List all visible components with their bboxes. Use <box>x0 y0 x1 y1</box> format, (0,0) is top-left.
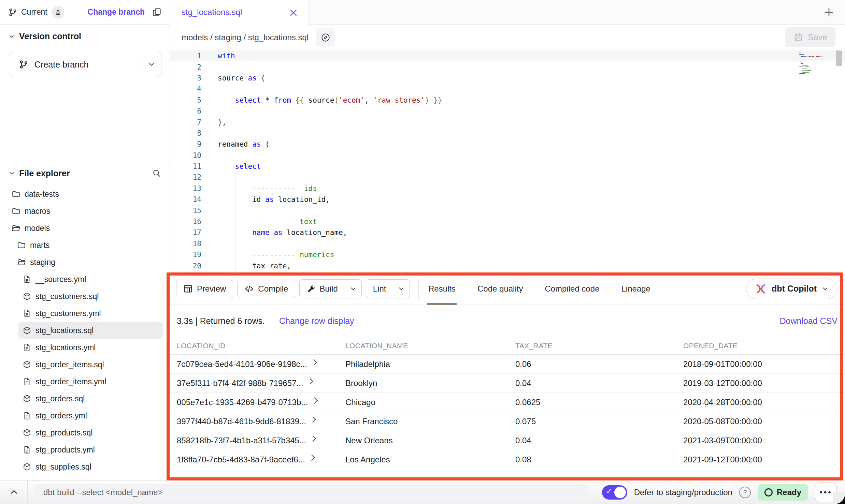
file-item-stg-orders-yml[interactable]: stg_orders.yml <box>0 407 170 424</box>
ready-status-badge[interactable]: Ready <box>758 484 808 501</box>
table-cell: 1f8ffa70-7cb5-4d83-8a7f-9aceef6... <box>177 455 345 464</box>
code-line[interactable]: 12 <box>170 172 845 183</box>
line-number: 5 <box>170 96 201 104</box>
dbt-copilot-label: dbt Copilot <box>772 284 817 294</box>
column-header-location_name: LOCATION_NAME <box>345 342 515 350</box>
file-item-stg-order-items-yml[interactable]: stg_order_items.yml <box>0 373 170 390</box>
code-line[interactable]: 16 ---------- text <box>170 216 845 227</box>
check-icon: ✓ <box>606 487 612 495</box>
expand-cell-chevron-icon[interactable] <box>309 455 315 461</box>
panel-tab-code-quality[interactable]: Code quality <box>476 273 524 305</box>
model-icon <box>23 394 31 403</box>
compile-button[interactable]: Compile <box>237 280 295 298</box>
version-control-header[interactable]: Version control <box>8 31 81 41</box>
file-item-stg-products-sql[interactable]: stg_products.sql <box>0 424 170 441</box>
lint-button[interactable]: Lint <box>366 280 393 298</box>
code-line[interactable]: 6 <box>170 106 845 117</box>
change-branch-link[interactable]: Change branch <box>88 8 145 17</box>
tab-stg-locations[interactable]: stg_locations.sql × <box>170 0 309 25</box>
scrollbar-thumb[interactable] <box>836 50 842 66</box>
file-item--sources-yml[interactable]: __sources.yml <box>0 271 170 288</box>
file-item-label: stg_products.yml <box>35 445 95 455</box>
save-button[interactable]: Save <box>785 27 835 47</box>
help-icon[interactable]: ? <box>739 487 751 498</box>
table-cell: 7c079cea-5ed4-4101-906e-9198c... <box>177 359 345 369</box>
expand-cell-chevron-icon[interactable] <box>307 378 313 384</box>
file-item-models[interactable]: models <box>0 220 170 237</box>
build-button[interactable]: Build <box>300 280 344 298</box>
file-item-stg-products-yml[interactable]: stg_products.yml <box>0 441 170 458</box>
line-number: 2 <box>170 63 201 71</box>
code-line[interactable]: 11 select <box>170 161 845 172</box>
line-number: 19 <box>170 251 201 259</box>
table-cell: 005e7e1c-1935-4269-b479-0713b... <box>177 398 345 407</box>
file-item-stg-locations-yml[interactable]: stg_locations.yml <box>0 339 170 356</box>
create-branch-dropdown[interactable] <box>142 52 161 77</box>
defer-toggle[interactable]: ✓ <box>602 485 627 500</box>
code-line[interactable]: 7), <box>170 117 845 128</box>
code-icon <box>244 284 254 294</box>
minimap[interactable] <box>799 52 825 81</box>
code-line[interactable]: 13 ---------- ids <box>170 183 845 194</box>
code-line[interactable]: 9renamed as ( <box>170 139 845 150</box>
code-line[interactable]: 4 <box>170 84 845 94</box>
change-row-display-link[interactable]: Change row display <box>279 316 354 326</box>
close-icon[interactable]: × <box>289 6 299 18</box>
search-icon[interactable] <box>152 168 161 178</box>
table-cell: Los Angeles <box>345 455 515 464</box>
code-line[interactable]: 19 ---------- numerics <box>170 249 845 260</box>
file-explorer-header[interactable]: File explorer <box>8 162 161 184</box>
file-item-stg-customers-sql[interactable]: stg_customers.sql <box>0 288 170 305</box>
expand-cell-chevron-icon[interactable] <box>311 359 317 365</box>
file-item-macros[interactable]: macros <box>0 203 170 220</box>
save-label: Save <box>808 32 827 42</box>
code-line[interactable]: 17 name as location_name, <box>170 227 845 238</box>
panel-tab-lineage[interactable]: Lineage <box>620 273 652 305</box>
file-item-marts[interactable]: marts <box>0 237 170 254</box>
file-item-stg-orders-sql[interactable]: stg_orders.sql <box>0 390 170 407</box>
code-line[interactable]: 5 select * from {{ source('ecom', 'raw_s… <box>170 95 845 106</box>
file-item-stg-customers-yml[interactable]: stg_customers.yml <box>0 305 170 322</box>
create-branch-main[interactable]: Create branch <box>9 52 142 77</box>
preview-button[interactable]: Preview <box>176 280 233 298</box>
file-item-label: __sources.yml <box>35 275 86 284</box>
new-tab-icon[interactable] <box>823 6 835 18</box>
code-text: tax_rate, <box>218 262 291 270</box>
copy-icon[interactable] <box>152 8 161 17</box>
file-item-label: stg_products.sql <box>35 428 92 438</box>
expand-cell-chevron-icon[interactable] <box>312 397 318 403</box>
line-number: 1 <box>170 52 201 60</box>
lint-dropdown[interactable] <box>393 280 410 298</box>
code-editor[interactable]: 1with23source as (45 select * from {{ so… <box>170 50 845 273</box>
code-line[interactable]: 2 <box>170 61 845 72</box>
file-item-stg-locations-sql[interactable]: stg_locations.sql <box>18 322 163 339</box>
expand-cell-chevron-icon[interactable] <box>310 435 316 442</box>
file-item-stg-supplies-sql[interactable]: stg_supplies.sql <box>0 458 170 475</box>
download-csv-link[interactable]: Download CSV <box>779 316 837 326</box>
panel-tab-compiled-code[interactable]: Compiled code <box>543 273 601 305</box>
code-line[interactable]: 8 <box>170 128 845 139</box>
dbt-copilot-button[interactable]: dbt Copilot <box>746 279 837 299</box>
code-line[interactable]: 1with <box>170 50 845 61</box>
lineage-compass-button[interactable] <box>316 28 335 47</box>
table-icon <box>183 284 193 294</box>
code-line[interactable]: 10 <box>170 150 845 161</box>
file-item-stg-order-items-sql[interactable]: stg_order_items.sql <box>0 356 170 373</box>
table-cell: 0.075 <box>515 417 683 426</box>
code-line[interactable]: 3source as ( <box>170 73 845 84</box>
file-item-staging[interactable]: staging <box>0 254 170 271</box>
build-dropdown[interactable] <box>345 280 361 298</box>
file-item-data-tests[interactable]: data-tests <box>0 186 170 203</box>
code-line[interactable]: 15 <box>170 205 845 216</box>
command-input[interactable]: dbt build --select <model_name> <box>34 484 588 501</box>
create-branch-label: Create branch <box>34 60 88 70</box>
file-item-label: marts <box>30 241 50 250</box>
code-line[interactable]: 14 id as location_id, <box>170 194 845 205</box>
panel-toolbar: Preview Compile Build <box>170 273 845 305</box>
file-icon <box>23 377 31 386</box>
collapse-panel-chevron-icon[interactable] <box>9 487 19 498</box>
code-line[interactable]: 20 tax_rate, <box>170 260 845 271</box>
code-line[interactable]: 18 <box>170 238 845 249</box>
expand-cell-chevron-icon[interactable] <box>310 416 316 423</box>
panel-tab-results[interactable]: Results <box>427 273 457 305</box>
